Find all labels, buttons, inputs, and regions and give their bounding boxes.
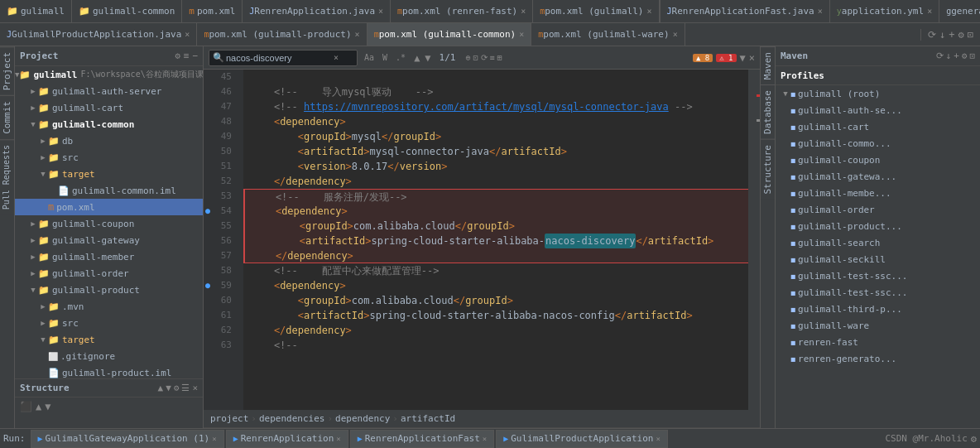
maven-item-sso2[interactable]: ◼ gulimall-test-ssc... — [776, 284, 980, 301]
sidebar-icon-collapse[interactable]: − — [192, 51, 198, 61]
match-case-btn[interactable]: Aa — [361, 51, 377, 64]
maven-item-member[interactable]: ◼ gulimall-membe... — [776, 185, 980, 201]
run-tab-close[interactable]: × — [483, 435, 487, 443]
tree-item-target[interactable]: ▼ 📁 target — [15, 166, 203, 182]
structure-icon-menu[interactable]: ☰ — [181, 383, 190, 393]
structure-icon-down[interactable]: ▼ — [166, 383, 171, 393]
tab-gulimall-common[interactable]: 📁 gulimall-common — [72, 0, 182, 23]
tab-pom-gulimall-ware[interactable]: m pom.xml (gulimall-ware) × — [531, 23, 685, 46]
struct-icon2[interactable]: ▲ — [36, 401, 41, 412]
structure-icon-up[interactable]: ▲ — [158, 383, 164, 393]
maven-item-search[interactable]: ◼ gulimall-search — [776, 234, 980, 251]
tab-pom-renren[interactable]: m pom.xml (renren-fast) × — [391, 0, 533, 23]
search-action4[interactable]: ≡ — [490, 53, 495, 62]
search-action3[interactable]: ⟳ — [481, 53, 488, 62]
maven-icon-reload[interactable]: ⟳ — [936, 51, 944, 61]
run-tab-close[interactable]: × — [656, 435, 660, 443]
download-icon[interactable]: ↓ — [939, 29, 945, 41]
close-icon[interactable]: × — [673, 30, 678, 39]
code-content-area[interactable]: <!-- 导入mysql驱动 --> <!-- https://mvnrepos… — [243, 70, 748, 410]
tree-item-cart[interactable]: ▶ 📁 gulimall-cart — [15, 99, 203, 116]
tab-pom-gulimall-product[interactable]: m pom.xml (gulimall-product) × — [197, 23, 367, 46]
run-tab-gateway[interactable]: ▶ GulimallGatewayApplication (1) × — [31, 430, 224, 448]
tab-renren-app-fast[interactable]: J RenrenApplicationFast.java × — [661, 0, 830, 23]
tab-pom-gulimall[interactable]: m pom.xml (gulimall) × — [533, 0, 659, 23]
tree-item-member[interactable]: ▶ 📁 gulimall-member — [15, 248, 203, 265]
tree-item-src[interactable]: ▶ 📁 src — [15, 149, 203, 166]
close-icon[interactable]: × — [521, 7, 526, 16]
tree-item-coupon[interactable]: ▶ 📁 gulimall-coupon — [15, 215, 203, 232]
sidebar-icon-sort[interactable]: ≡ — [184, 51, 190, 61]
maven-icon-download[interactable]: ↓ — [946, 51, 952, 61]
tree-item-product[interactable]: ▼ 📁 gulimall-product — [15, 282, 203, 298]
maven-item-common[interactable]: ◼ gulimall-commo... — [776, 135, 980, 152]
search-input[interactable] — [226, 53, 334, 63]
breadcrumb-item-dependencies[interactable]: dependencies — [259, 413, 324, 424]
maven-item-order[interactable]: ◼ gulimall-order — [776, 201, 980, 218]
database-vtab[interactable]: Database — [761, 84, 775, 139]
maven-item-ware[interactable]: ◼ gulimall-ware — [776, 317, 980, 334]
structure-vtab[interactable]: Structure — [761, 139, 775, 200]
run-tab-close[interactable]: × — [336, 435, 340, 443]
tab-app-yml[interactable]: y application.yml × — [830, 0, 939, 23]
project-tab[interactable]: Project — [0, 46, 14, 95]
tab-gulimall-product-app[interactable]: J GulimallProductApplication.java × — [0, 23, 197, 46]
maven-item-third[interactable]: ◼ gulimall-third-p... — [776, 301, 980, 317]
close-search-btn[interactable]: × — [749, 52, 755, 64]
close-icon[interactable]: × — [927, 7, 932, 16]
run-tab-renren[interactable]: ▶ RenrenApplication × — [226, 430, 348, 448]
maven-item-auth[interactable]: ◼ gulimall-auth-se... — [776, 102, 980, 118]
pull-requests-tab[interactable]: Pull Requests — [0, 139, 14, 214]
maven-icon-expand[interactable]: ⊡ — [969, 51, 975, 61]
sidebar-icon-settings[interactable]: ⚙ — [175, 51, 180, 61]
close-icon[interactable]: × — [646, 7, 651, 16]
breadcrumb-item-dependency[interactable]: dependency — [335, 413, 390, 424]
whole-word-btn[interactable]: W — [379, 51, 391, 64]
maven-item-renren-gen[interactable]: ◼ renren-generato... — [776, 350, 980, 367]
tree-item-common[interactable]: ▼ 📁 gulimall-common — [15, 116, 203, 132]
settings-icon[interactable]: ⚙ — [958, 29, 964, 41]
structure-icon-close[interactable]: × — [192, 383, 198, 393]
tree-item-mvn[interactable]: ▶ 📁 .mvn — [15, 298, 203, 315]
maven-item-product[interactable]: ◼ gulimall-product... — [776, 218, 980, 234]
expand-icon[interactable]: ⊡ — [968, 29, 973, 41]
maven-icon-add[interactable]: + — [954, 51, 959, 61]
tree-item-src2[interactable]: ▶ 📁 src — [15, 315, 203, 331]
maven-item-root[interactable]: ▼ ◼ gulimall (root) — [776, 85, 980, 102]
clear-search-icon[interactable]: × — [334, 53, 339, 62]
tree-item-gateway[interactable]: ▶ 📁 gulimall-gateway — [15, 232, 203, 248]
run-tab-close[interactable]: × — [212, 435, 216, 443]
commit-tab[interactable]: Commit — [0, 95, 14, 139]
tab-gulimall[interactable]: 📁 gulimall — [0, 0, 72, 23]
tree-item-order[interactable]: ▶ 📁 gulimall-order — [15, 265, 203, 282]
run-tab-product[interactable]: ▶ GulimallProductApplication × — [496, 430, 668, 448]
maven-item-cart[interactable]: ◼ gulimall-cart — [776, 118, 980, 135]
expand-warnings-icon[interactable]: ▼ — [740, 52, 746, 64]
tree-item-common-iml[interactable]: 📄 gulimall-common.iml — [15, 182, 203, 199]
regex-btn[interactable]: .* — [392, 51, 409, 64]
settings-gear-icon[interactable]: ⚙ — [971, 433, 977, 445]
tab-pom-gulimall-common[interactable]: m pom.xml (gulimall-common) × — [368, 23, 532, 46]
struct-icon1[interactable]: ⬛ — [20, 401, 32, 412]
maven-item-sso1[interactable]: ◼ gulimall-test-ssc... — [776, 267, 980, 284]
maven-item-coupon[interactable]: ◼ gulimall-coupon — [776, 152, 980, 168]
tree-item-gulimall[interactable]: ▼ 📁 gulimall F:\workspace\谷粒商城项目课 — [15, 66, 203, 83]
structure-icon-settings[interactable]: ⚙ — [174, 383, 180, 393]
tree-item-gitignore[interactable]: ⬜ .gitignore — [15, 348, 203, 364]
maven-icon-settings[interactable]: ⚙ — [962, 51, 968, 61]
search-action5[interactable]: ⊞ — [497, 53, 502, 62]
refresh-icon[interactable]: ⟳ — [928, 29, 936, 41]
close-icon[interactable]: × — [818, 7, 823, 16]
tab-pom-xml[interactable]: m pom.xml — [182, 0, 243, 23]
prev-match-btn[interactable]: ▲ — [412, 52, 421, 64]
run-tab-renren-fast[interactable]: ▶ RenrenApplicationFast × — [350, 430, 495, 448]
maven-vtab[interactable]: Maven — [761, 46, 775, 84]
tree-item-db[interactable]: ▶ 📁 db — [15, 132, 203, 149]
close-icon[interactable]: × — [355, 30, 360, 39]
maven-item-gateway[interactable]: ◼ gulimall-gatewa... — [776, 168, 980, 185]
breadcrumb-item-artifactid[interactable]: artifactId — [401, 413, 455, 424]
close-icon[interactable]: × — [378, 7, 383, 16]
search-action1[interactable]: ⊕ — [465, 53, 470, 62]
next-match-btn[interactable]: ▼ — [423, 52, 432, 64]
close-icon[interactable]: × — [185, 30, 190, 39]
